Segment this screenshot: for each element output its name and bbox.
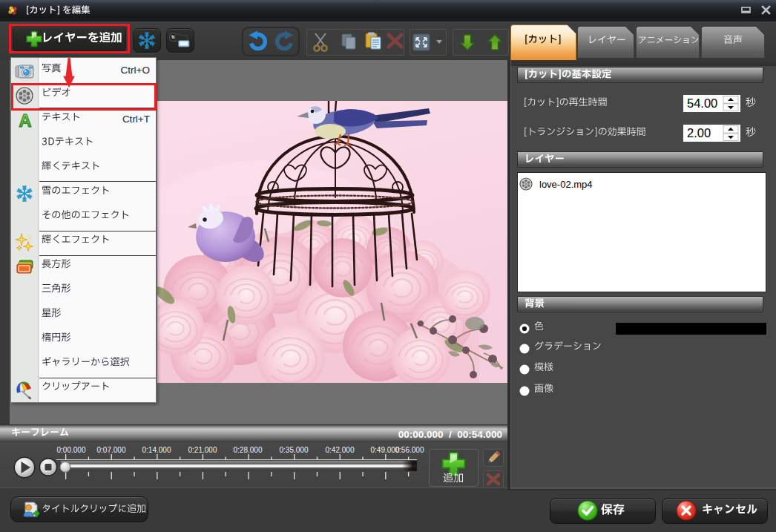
svg-text:A: A (19, 111, 31, 129)
